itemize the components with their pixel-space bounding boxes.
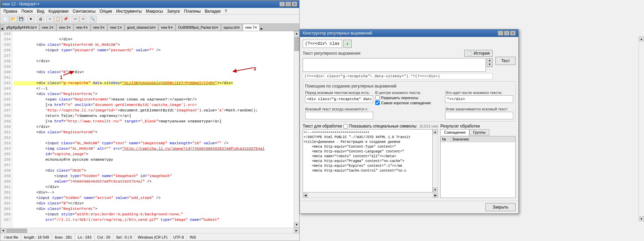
vertical-scrollbar[interactable]: ▲ ▼ (294, 31, 299, 228)
menu-pravka[interactable]: Правка (2, 9, 19, 14)
selection-status: Sel : 0 | 0 (113, 233, 135, 241)
shortest-match-checkbox[interactable]: Самое короткое совпадение (375, 101, 443, 105)
dialog-close-btn[interactable]: Закрыть (485, 203, 516, 211)
dialog-scroll-down[interactable]: ▼ (639, 216, 644, 221)
results-tabs: Совпадения Группы (440, 129, 516, 135)
assistant-title: Помощник по созданию регулярных выражени… (305, 84, 513, 89)
regex-tab-display[interactable]: (?<=<div\ clas (303, 40, 342, 48)
pattern-spinner-down[interactable]: ▼ (487, 63, 492, 67)
tab-good-cleaned[interactable]: good_cleaned.txt ✕ (125, 24, 158, 31)
tab-prev-button[interactable]: ◀ (0, 27, 4, 31)
tab-new7[interactable]: new 7 ✕ (243, 24, 260, 31)
scroll-h-thumb[interactable] (7, 229, 27, 233)
scroll-up-button[interactable]: ▲ (294, 31, 300, 37)
code-editor[interactable]: </div> <div class="RegisterFormR GL_MAR1… (12, 31, 294, 228)
column-status: Col : 29 (94, 233, 113, 241)
title-bar-buttons: − □ ✕ (279, 2, 297, 6)
textarea-scroll-up[interactable]: ▲ (433, 130, 438, 134)
tab-new1[interactable]: new 1 ✕ (108, 24, 124, 31)
dialog-minimize-button[interactable]: − (498, 31, 503, 36)
show-special-check[interactable] (343, 124, 348, 129)
menu-vid[interactable]: Вид (35, 9, 46, 14)
save-file-button[interactable]: 💾 (17, 16, 25, 23)
tab-new3[interactable]: new 3 ✕ (56, 24, 73, 31)
start-input[interactable] (305, 112, 373, 119)
allow-breaks-checkbox[interactable]: Разрешить переносы (375, 95, 443, 100)
tab-next-button[interactable]: ▶ (260, 27, 263, 31)
scroll-down-button[interactable]: ▼ (294, 222, 300, 228)
menu-instrumenty[interactable]: Инструменты (114, 9, 143, 14)
tab-gffg[interactable]: gffgdfgdfg4444l.lst ✕ (4, 24, 39, 31)
open-file-button[interactable]: 📂 (10, 16, 17, 23)
groups-tab[interactable]: Группы (469, 129, 490, 135)
textarea-h-scroll-right[interactable]: ▶ (433, 193, 438, 198)
redo-button[interactable]: ↪ (79, 16, 87, 23)
textarea-h-scroll-left[interactable]: ◀ (303, 193, 308, 198)
copy-button[interactable]: 📋 (54, 16, 62, 23)
menu-plaginy[interactable]: Плагины (182, 9, 203, 14)
lines-status: lines : 281 (52, 233, 75, 241)
tab-new4[interactable]: new 4 ✕ (74, 24, 90, 31)
dialog-scroll-up[interactable]: ▲ (639, 37, 644, 41)
minimize-button[interactable]: − (279, 2, 285, 6)
regex-pattern-input[interactable] (303, 58, 486, 72)
end-input[interactable] (445, 112, 513, 119)
dialog-close-button[interactable]: ✕ (510, 31, 516, 36)
maximize-button[interactable]: □ (286, 2, 291, 6)
menu-sintaksisy[interactable]: Синтаксисы (71, 9, 97, 14)
show-special-label: Показывать специальные символы (349, 124, 416, 129)
after-label: Это идет после искомого текста: (445, 91, 513, 95)
tab-kursy[interactable]: курсы.txt ✕ (221, 24, 242, 31)
processing-time: (0,013 сек) (420, 124, 438, 128)
menu-zapusk[interactable]: Запуск (165, 9, 182, 14)
dialog-right-scrollbar[interactable]: ▲ ▼ (639, 37, 644, 221)
menu-poisk[interactable]: Поиск (20, 9, 35, 14)
menu-help[interactable]: ? (223, 9, 229, 14)
undo-button[interactable]: ↩ (72, 16, 79, 23)
text-processing-input[interactable]: <!--++++++++++++++++++++++++++++ <!DOCTY… (303, 129, 433, 192)
horizontal-scrollbar[interactable]: ◀ ▶ (0, 228, 299, 233)
find-button[interactable]: 🔍 (89, 16, 97, 23)
close-button[interactable]: ✖ (27, 16, 35, 23)
matches-tab[interactable]: Совпадения (440, 129, 469, 135)
length-status: length : 18 549 (21, 233, 52, 241)
regex-add-button[interactable]: + (343, 40, 352, 48)
file-type-status: l text file (2, 233, 21, 241)
menu-opcii[interactable]: Опции (98, 9, 114, 14)
test-button[interactable]: Тест (495, 57, 516, 65)
scroll-thumb[interactable] (294, 37, 299, 51)
after-field: Это идет после искомого текста: (445, 91, 513, 105)
dialog-title-bar: Конструктор регулярных выражений − □ ✕ (300, 29, 518, 37)
menu-kodirovki[interactable]: Кодировки (47, 9, 71, 14)
tab-packer[interactable]: Ou908908put_Packer.txt ✕ (176, 24, 221, 31)
shortest-match-check[interactable] (375, 101, 380, 105)
toolbar: 📄 📂 💾 ✖ 🖨 ✂ 📋 📌 ↩ ↪ 🔍 (0, 15, 299, 24)
paste-button[interactable]: 📌 (62, 16, 70, 23)
regex-tab-row: (?<=<div\ clas + (303, 40, 516, 48)
close-window-button[interactable]: ✕ (292, 2, 297, 6)
menu-vkladki[interactable]: Вкладки (203, 9, 222, 14)
scroll-right-button[interactable]: ▶ (294, 228, 299, 233)
textarea-scroll-down[interactable]: ▼ (433, 187, 438, 192)
line-numbers: 233234235236237 238239240241242 24324424… (0, 31, 12, 228)
center-field: В центре искомого текста: Разрешить пере… (375, 91, 443, 105)
tab-new6[interactable]: new 6 ✕ (159, 24, 175, 31)
before-label: Перед искомым текстом всегда есть: (305, 91, 373, 95)
tab-bar: ◀ gffgdfgdfg4444l.lst ✕ new 2 ✕ new 3 ✕ … (0, 24, 299, 31)
history-button[interactable]: 🕐 История (464, 50, 493, 57)
pattern-spinner-up[interactable]: ▲ (487, 58, 492, 63)
before-input[interactable] (305, 95, 373, 103)
scroll-left-button[interactable]: ◀ (0, 228, 6, 233)
cut-button[interactable]: ✂ (46, 16, 54, 23)
allow-breaks-check[interactable] (375, 95, 380, 100)
new-file-button[interactable]: 📄 (2, 16, 9, 23)
dialog-maximize-button[interactable]: □ (504, 31, 509, 36)
print-button[interactable]: 🖨 (37, 16, 44, 23)
dialog-body: (?<=<div\ clas + Текст регулярного выраж… (300, 37, 518, 201)
tab-new5[interactable]: new 5 ✕ (91, 24, 108, 31)
pattern-display: (?<=<div\ class="g-recaptcha"\ data-site… (303, 73, 493, 79)
menu-makrosy[interactable]: Макросы (144, 9, 165, 14)
before-field: Перед искомым текстом всегда есть: (305, 91, 373, 105)
tab-new2[interactable]: new 2 ✕ (40, 24, 56, 31)
after-input[interactable] (445, 95, 513, 103)
